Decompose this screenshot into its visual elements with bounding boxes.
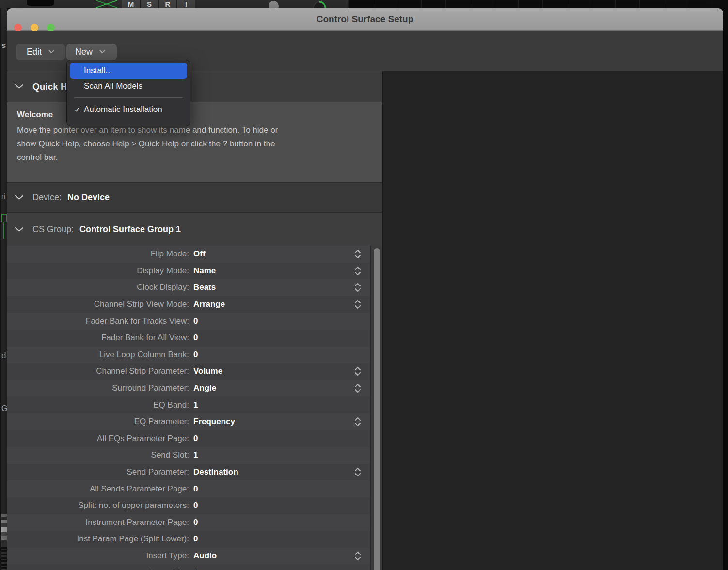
- menu-separator: [74, 97, 183, 98]
- dialog-content: Quick Help Welcome Move the pointer over…: [7, 71, 723, 570]
- parameter-row[interactable]: EQ Band:1: [7, 396, 370, 413]
- parameter-label: Flip Mode:: [7, 249, 189, 259]
- stepper-icon[interactable]: [354, 416, 362, 428]
- stepper-icon[interactable]: [354, 366, 362, 377]
- device-section-header[interactable]: Device: No Device: [7, 183, 382, 212]
- parameter-value[interactable]: Volume: [193, 366, 222, 376]
- parameter-row[interactable]: Send Slot:1: [7, 447, 370, 464]
- parameter-label: Channel Strip View Mode:: [7, 300, 189, 309]
- parameter-value[interactable]: 0: [193, 501, 198, 510]
- device-label: Device:: [32, 192, 62, 203]
- parameter-row[interactable]: All EQs Parameter Page:0: [7, 430, 370, 447]
- parameter-label: Send Parameter:: [7, 467, 189, 477]
- volume-knob[interactable]: [312, 0, 327, 8]
- parameter-row[interactable]: EQ Parameter:Frequency: [7, 413, 370, 430]
- parameter-row[interactable]: Channel Strip View Mode:Arrange: [7, 296, 370, 313]
- stepper-icon[interactable]: [354, 265, 362, 276]
- parameter-label: Split: no. of upper parameters:: [7, 501, 189, 510]
- parameter-value[interactable]: Audio: [193, 551, 217, 561]
- parameter-label: Display Mode:: [7, 266, 189, 276]
- menu-item-label: Automatic Installation: [84, 105, 162, 114]
- parameter-row[interactable]: Insert Type:Audio: [7, 548, 370, 565]
- parameter-value[interactable]: Frequency: [193, 417, 235, 427]
- stepper-icon[interactable]: [354, 299, 362, 310]
- stepper-icon[interactable]: [354, 383, 362, 394]
- quick-help-section-header[interactable]: Quick Help: [7, 71, 382, 102]
- parameter-label: EQ Band:: [7, 400, 189, 410]
- solo-button[interactable]: S: [141, 0, 158, 8]
- menu-item-scan-all-models[interactable]: Scan All Models: [70, 79, 187, 94]
- background-ruler: [348, 0, 728, 8]
- parameter-label: All EQs Parameter Page:: [7, 434, 189, 443]
- parameter-row[interactable]: Send Parameter:Destination: [7, 464, 370, 481]
- parameter-label: Send Slot:: [7, 450, 189, 460]
- title-bar[interactable]: Control Surface Setup: [7, 8, 723, 31]
- parameter-row[interactable]: Surround Parameter:Angle: [7, 380, 370, 397]
- parameter-value[interactable]: 0: [193, 350, 198, 360]
- scrollbar-track[interactable]: [370, 246, 382, 570]
- background-text-fragment: s: [1, 41, 6, 50]
- parameter-row[interactable]: Insert Slot:1: [7, 564, 370, 570]
- parameter-row[interactable]: Split: no. of upper parameters:0: [7, 497, 370, 514]
- parameter-value[interactable]: 0: [193, 434, 198, 443]
- stepper-icon[interactable]: [354, 249, 362, 260]
- menu-item-install[interactable]: Install...: [70, 63, 187, 79]
- parameter-value[interactable]: 0: [193, 518, 198, 527]
- mute-button[interactable]: M: [122, 0, 140, 8]
- parameter-value[interactable]: 0: [193, 484, 198, 494]
- parameter-row[interactable]: Instrument Parameter Page:0: [7, 514, 370, 531]
- parameter-value[interactable]: 0: [193, 534, 198, 544]
- disclosure-chevron-icon[interactable]: [15, 84, 24, 89]
- background-fader-cap: [1, 514, 7, 545]
- parameter-value[interactable]: 1: [193, 400, 198, 410]
- cs-group-value: Control Surface Group 1: [79, 224, 181, 235]
- parameter-value[interactable]: 0: [193, 317, 198, 326]
- parameter-row[interactable]: Flip Mode:Off: [7, 246, 370, 263]
- parameter-row[interactable]: Live Loop Column Bank:0: [7, 347, 370, 364]
- parameter-label: Surround Parameter:: [7, 383, 189, 393]
- parameter-value[interactable]: Destination: [193, 467, 238, 477]
- background-text-fragment: G8: [1, 404, 7, 413]
- parameter-label: Live Loop Column Bank:: [7, 350, 189, 360]
- menu-item-automatic-installation[interactable]: ✓ Automatic Installation: [70, 102, 187, 117]
- parameter-value[interactable]: Beats: [193, 283, 216, 292]
- parameter-value[interactable]: Off: [193, 249, 206, 259]
- parameter-value[interactable]: Name: [193, 266, 216, 276]
- parameter-value[interactable]: 1: [193, 568, 198, 570]
- parameter-label: Channel Strip Parameter:: [7, 366, 189, 376]
- parameter-value[interactable]: 0: [193, 333, 198, 343]
- parameter-row[interactable]: Channel Strip Parameter:Volume: [7, 363, 370, 380]
- edit-menu-button[interactable]: Edit: [16, 44, 65, 60]
- cs-group-section-header[interactable]: CS Group: Control Surface Group 1: [7, 213, 382, 246]
- parameter-row[interactable]: Fader Bank for Tracks View:0: [7, 313, 370, 330]
- stepper-icon[interactable]: [354, 550, 362, 561]
- pan-knob[interactable]: [269, 1, 279, 8]
- parameter-label: All Sends Parameter Page:: [7, 484, 189, 494]
- parameter-row[interactable]: Clock Display:Beats: [7, 279, 370, 296]
- parameter-value[interactable]: Arrange: [193, 300, 225, 309]
- disclosure-chevron-icon[interactable]: [15, 195, 24, 200]
- settings-pane: Quick Help Welcome Move the pointer over…: [7, 71, 382, 570]
- background-left-strip: s ri d G8: [0, 8, 7, 570]
- new-dropdown-menu: Install... Scan All Models ✓ Automatic I…: [66, 60, 190, 126]
- automation-curve-icon: [96, 0, 117, 8]
- disclosure-chevron-icon[interactable]: [15, 227, 24, 232]
- parameter-value[interactable]: Angle: [193, 383, 216, 393]
- parameter-label: Inst Param Page (Split Lower):: [7, 534, 189, 544]
- new-menu-button[interactable]: New: [66, 44, 117, 60]
- parameter-row[interactable]: All Sends Parameter Page:0: [7, 480, 370, 497]
- detail-pane: [382, 71, 723, 570]
- parameter-row[interactable]: Fader Bank for All View:0: [7, 330, 370, 347]
- parameter-value[interactable]: 1: [193, 450, 198, 460]
- stepper-icon[interactable]: [354, 467, 362, 478]
- parameter-row[interactable]: Inst Param Page (Split Lower):0: [7, 531, 370, 548]
- record-button[interactable]: R: [159, 0, 176, 8]
- parameter-label: Insert Slot:: [7, 568, 189, 570]
- stepper-icon[interactable]: [354, 282, 362, 293]
- parameter-row[interactable]: Display Mode:Name: [7, 263, 370, 280]
- input-button[interactable]: I: [177, 0, 195, 8]
- background-text-fragment: d: [1, 351, 6, 361]
- scrollbar-thumb[interactable]: [374, 248, 380, 570]
- track-button-group: M S R I: [122, 0, 195, 8]
- chevron-down-icon: [99, 50, 105, 54]
